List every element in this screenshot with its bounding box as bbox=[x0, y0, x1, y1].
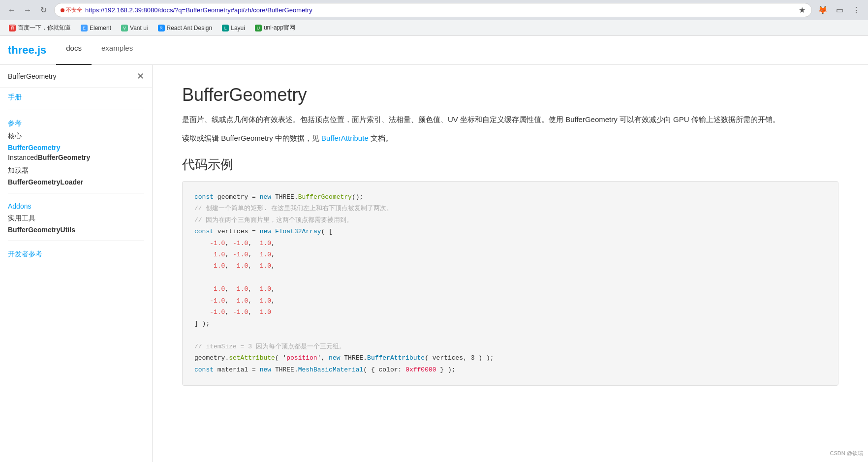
code-num-2: 1.0, -1.0, 1.0, bbox=[194, 249, 826, 260]
code-line-1: const geometry = new THREE.BufferGeometr… bbox=[194, 191, 826, 203]
browser-chrome: ← → ↻ 不安全 https://192.168.2.39:8080/docs… bbox=[0, 0, 868, 36]
code-block: const geometry = new THREE.BufferGeometr… bbox=[182, 181, 838, 386]
bookmark-element-label: Element bbox=[90, 25, 111, 31]
profile-button[interactable]: 🦊 bbox=[816, 3, 830, 17]
divider-3 bbox=[8, 241, 144, 241]
sidebar-item-buffergeometryutils[interactable]: BufferGeometryUtils bbox=[8, 225, 144, 235]
code-num-3: 1.0, 1.0, 1.0, bbox=[194, 260, 826, 272]
content-area: BufferGeometry 是面片、线或点几何体的有效表述。包括顶点位置，面片… bbox=[153, 65, 868, 462]
back-button[interactable]: ← bbox=[5, 3, 19, 17]
bookmark-uniapp-label: uni-app官网 bbox=[264, 24, 295, 32]
sidebar-section-manual: 手册 bbox=[0, 88, 152, 106]
page-title: BufferGeometry bbox=[182, 85, 838, 105]
forward-button[interactable]: → bbox=[21, 3, 34, 17]
star-icon[interactable]: ★ bbox=[799, 5, 806, 15]
bufferattribute-link[interactable]: BufferAttribute bbox=[321, 134, 369, 142]
code-num-6: -1.0, -1.0, 1.0 bbox=[194, 307, 826, 318]
bookmark-baidu-label: 百度一下，你就知道 bbox=[18, 24, 71, 32]
code-num-1: -1.0, -1.0, 1.0, bbox=[194, 238, 826, 249]
security-label: 不安全 bbox=[66, 6, 82, 14]
bookmark-react-ant-label: React Ant Design bbox=[167, 25, 213, 31]
page-desc-1: 是面片、线或点几何体的有效表述。包括顶点位置，面片索引、法相量、颜色值、UV 坐… bbox=[182, 113, 838, 126]
code-line-3: const vertices = new Float32Array( [ bbox=[194, 226, 826, 237]
main-layout: ✕ 手册 参考 核心 BufferGeometry InstancedBuffe… bbox=[0, 65, 868, 462]
site-logo[interactable]: three.js bbox=[8, 36, 56, 64]
code-blank-2 bbox=[194, 330, 826, 341]
code-comment-1: // 创建一个简单的矩形. 在这里我们左上和右下顶点被复制了两次。 bbox=[194, 203, 826, 214]
sidebar-reference-title[interactable]: 参考 bbox=[8, 119, 144, 128]
desc2-end: 文档。 bbox=[371, 134, 393, 142]
code-material: const material = new THREE.MeshBasicMate… bbox=[194, 364, 826, 375]
sidebar-group-core: 核心 bbox=[8, 132, 144, 141]
sidebar-section-reference: 参考 核心 BufferGeometry InstancedBufferGeom… bbox=[0, 114, 152, 189]
section-code-title: 代码示例 bbox=[182, 156, 838, 173]
desc2-text: 读取或编辑 BufferGeometry 中的数据，见 bbox=[182, 134, 319, 142]
react-ant-icon: R bbox=[158, 25, 165, 31]
search-close-button[interactable]: ✕ bbox=[137, 71, 144, 82]
reload-button[interactable]: ↻ bbox=[36, 3, 50, 17]
address-bar[interactable]: 不安全 https://192.168.2.39:8080/docs/?q=Bu… bbox=[54, 3, 812, 17]
page-desc-2: 读取或编辑 BufferGeometry 中的数据，见 BufferAttrib… bbox=[182, 132, 838, 145]
bookmarks-bar: 百 百度一下，你就知道 E Element V Vant ui R React … bbox=[0, 20, 868, 36]
sidebar-item-instancedbuffergeometry[interactable]: InstancedBufferGeometry bbox=[8, 153, 144, 162]
code-num-4: 1.0, 1.0, 1.0, bbox=[194, 283, 826, 295]
code-close: ] ); bbox=[194, 318, 826, 329]
code-setattr: geometry.setAttribute( 'position', new T… bbox=[194, 352, 826, 364]
sidebar-group-loaders: 加载器 bbox=[8, 166, 144, 175]
divider-1 bbox=[8, 110, 144, 110]
sidebar-section-devref: 开发者参考 bbox=[0, 245, 152, 263]
sidebar-group-utils: 实用工具 bbox=[8, 214, 144, 223]
topnav-tabs: docs examples bbox=[56, 36, 143, 64]
extensions-button[interactable]: ▭ bbox=[833, 3, 846, 17]
tab-docs[interactable]: docs bbox=[56, 36, 92, 65]
sidebar: ✕ 手册 参考 核心 BufferGeometry InstancedBuffe… bbox=[0, 65, 153, 462]
browser-toolbar: ← → ↻ 不安全 https://192.168.2.39:8080/docs… bbox=[0, 0, 868, 20]
search-input[interactable] bbox=[8, 72, 137, 80]
divider-2 bbox=[8, 193, 144, 193]
sidebar-item-buffergeometry[interactable]: BufferGeometry bbox=[8, 143, 144, 153]
baidu-icon: 百 bbox=[9, 25, 16, 31]
bookmark-vantui[interactable]: V Vant ui bbox=[117, 23, 152, 33]
browser-actions: 🦊 ▭ ⋮ bbox=[816, 3, 863, 17]
sidebar-search: ✕ bbox=[0, 65, 152, 88]
bookmark-layui-label: Layui bbox=[231, 25, 245, 31]
docs-topnav: three.js docs examples bbox=[0, 36, 868, 65]
layui-icon: L bbox=[222, 25, 229, 31]
bookmark-uniapp[interactable]: U uni-app官网 bbox=[251, 22, 299, 33]
bookmark-element[interactable]: E Element bbox=[77, 23, 115, 33]
code-num-5: -1.0, 1.0, 1.0, bbox=[194, 295, 826, 307]
sidebar-item-buffergeometryloader[interactable]: BufferGeometryLoader bbox=[8, 177, 144, 187]
bookmark-layui[interactable]: L Layui bbox=[218, 23, 249, 33]
bookmark-vantui-label: Vant ui bbox=[130, 25, 148, 31]
sidebar-manual-title[interactable]: 手册 bbox=[8, 93, 144, 102]
tab-examples[interactable]: examples bbox=[92, 36, 143, 65]
sidebar-addons-title[interactable]: Addons bbox=[8, 202, 144, 210]
watermark: CSDN @钦瑞 bbox=[830, 450, 863, 457]
bookmark-baidu[interactable]: 百 百度一下，你就知道 bbox=[5, 22, 75, 33]
address-text: https://192.168.2.39:8080/docs/?q=Buffer… bbox=[85, 6, 796, 14]
bookmark-react-ant[interactable]: R React Ant Design bbox=[154, 23, 217, 33]
code-blank bbox=[194, 272, 826, 283]
browser-nav-buttons: ← → ↻ bbox=[5, 3, 50, 17]
menu-button[interactable]: ⋮ bbox=[849, 3, 863, 17]
security-badge: 不安全 bbox=[61, 6, 82, 14]
security-dot bbox=[61, 8, 64, 12]
sidebar-section-addons: Addons 实用工具 BufferGeometryUtils bbox=[0, 197, 152, 237]
page-wrapper: three.js docs examples ✕ 手册 参考 核心 Buffer… bbox=[0, 36, 868, 462]
element-icon: E bbox=[81, 25, 88, 31]
sidebar-devref-title[interactable]: 开发者参考 bbox=[8, 250, 144, 259]
code-comment-3: // itemSize = 3 因为每个顶点都是一个三元组。 bbox=[194, 341, 826, 352]
code-comment-2: // 因为在两个三角面片里，这两个顶点都需要被用到。 bbox=[194, 215, 826, 226]
vantui-icon: V bbox=[121, 25, 128, 31]
uniapp-icon: U bbox=[255, 25, 262, 31]
